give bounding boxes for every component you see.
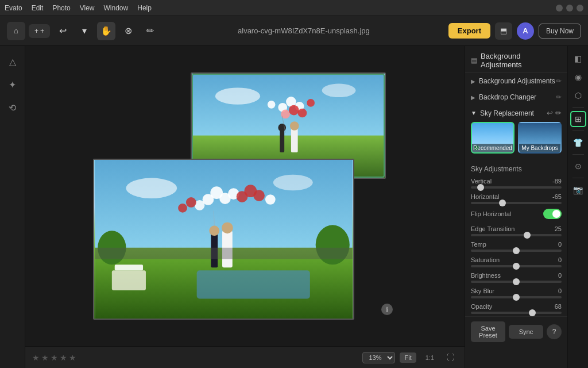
slider-row-3: Edge Transition25 xyxy=(465,223,567,239)
slider-row-5: Saturation0 xyxy=(465,254,567,270)
menu-photo[interactable]: Photo xyxy=(52,4,70,12)
buy-now-button[interactable]: Buy Now xyxy=(539,24,581,39)
export-button[interactable]: Export xyxy=(448,23,490,39)
slider-thumb-8[interactable] xyxy=(529,309,536,316)
info-icon[interactable]: ℹ xyxy=(381,304,393,315)
slider-row-0: Vertical-89 xyxy=(465,175,567,191)
slider-track-0[interactable] xyxy=(471,186,562,189)
sky-replacement-section: ▼ Sky Replacement ↩ ✏ Recommended xyxy=(465,105,567,162)
sky-thumb-recommended[interactable]: Recommended xyxy=(471,122,514,154)
avatar-button[interactable]: A xyxy=(517,22,534,40)
svg-point-22 xyxy=(126,178,177,198)
svg-point-2 xyxy=(215,87,260,104)
menu-window[interactable]: Window xyxy=(104,4,129,12)
erase-tool-button[interactable]: ✏ xyxy=(141,22,159,40)
fit-button[interactable]: Fit xyxy=(400,352,416,363)
fullscreen-button[interactable]: ⛶ xyxy=(443,351,458,363)
slider-label-6: Brightness xyxy=(471,272,501,279)
sky-undo-button[interactable]: ↩ xyxy=(547,109,553,117)
panel-content: ▤ Background Adjustments ▶ Background Ad… xyxy=(465,46,567,368)
sky-thumb-my-backdrops[interactable]: My Backdrops xyxy=(518,122,562,154)
slider-track-6[interactable] xyxy=(471,281,562,283)
slider-track-7[interactable] xyxy=(471,296,562,298)
ratio-button[interactable]: 1:1 xyxy=(421,352,439,363)
star-rating[interactable]: ★★★★★ xyxy=(32,353,76,362)
svg-rect-14 xyxy=(291,129,297,152)
sync-button[interactable]: Sync xyxy=(509,325,543,339)
sky-edit-button[interactable]: ✏ xyxy=(555,109,562,117)
panel-header-icon: ▤ xyxy=(471,56,477,64)
maximize-btn[interactable] xyxy=(566,5,573,12)
right-icon-strip: ◧ ◉ ⬡ ⊞ 👕 ⊙ 📷 xyxy=(567,46,588,368)
slider-thumb-6[interactable] xyxy=(513,278,520,285)
slider-thumb-4[interactable] xyxy=(513,247,520,254)
close-btn[interactable] xyxy=(577,5,583,12)
bc-arrow: ▶ xyxy=(471,94,475,101)
slider-track-5[interactable] xyxy=(471,265,562,267)
menu-view[interactable]: View xyxy=(80,4,95,12)
strip-adjust-icon[interactable]: ◧ xyxy=(570,51,586,67)
slider-label-3: Edge Transition xyxy=(471,225,514,232)
adjust-tool[interactable]: △ xyxy=(3,52,22,71)
canvas-content: ℹ xyxy=(25,46,465,346)
ba-title: Background Adjustments xyxy=(479,77,555,85)
strip-divider-3 xyxy=(572,154,584,155)
slider-thumb-7[interactable] xyxy=(513,294,520,301)
home-button[interactable]: ⌂ xyxy=(7,22,25,40)
hand-tool-button[interactable]: ✋ xyxy=(97,22,115,40)
file-name: alvaro-cvg-mW8IZdX7n8E-unsplash.jpg xyxy=(238,26,370,35)
history-tool[interactable]: ⟲ xyxy=(3,98,22,117)
backdrop-changer-row[interactable]: ▶ Backdrop Changer ✏ xyxy=(465,89,567,105)
strip-bg-icon[interactable]: ⊞ xyxy=(570,111,586,127)
sky-adjustments-title: Sky Adjustments xyxy=(465,162,567,175)
slider-thumb-1[interactable] xyxy=(499,200,506,206)
strip-shirt-icon[interactable]: 👕 xyxy=(570,135,586,151)
slider-label-4: Temp xyxy=(471,241,486,248)
undo-button[interactable]: ↩ xyxy=(53,22,72,40)
strip-circle-icon[interactable]: ◉ xyxy=(570,69,586,85)
strip-color-icon[interactable]: ⬡ xyxy=(570,87,586,103)
slider-track-1[interactable] xyxy=(471,202,562,204)
zoom-select[interactable]: 13% xyxy=(362,352,395,363)
panel-bottom: Save Preset Sync ? xyxy=(465,316,567,347)
bc-title: Backdrop Changer xyxy=(479,93,536,101)
slider-thumb-0[interactable] xyxy=(477,184,484,191)
bc-edit-icon[interactable]: ✏ xyxy=(556,93,562,101)
toolbar: ⌂ + + ↩ ▾ ✋ ⊗ ✏ alvaro-cvg-mW8IZdX7n8E-u… xyxy=(0,16,588,46)
background-adjustments-row[interactable]: ▶ Background Adjustments ✏ xyxy=(465,73,567,89)
right-panel: ▤ Background Adjustments ▶ Background Ad… xyxy=(465,46,588,368)
add-button[interactable]: + + xyxy=(29,24,50,38)
ba-edit-icon[interactable]: ✏ xyxy=(556,77,562,85)
slider-track-8[interactable] xyxy=(471,312,562,314)
menu-evato[interactable]: Evato xyxy=(5,4,22,12)
panel-header-title: Background Adjustments xyxy=(481,52,562,69)
svg-point-10 xyxy=(267,101,275,109)
svg-point-9 xyxy=(297,109,307,118)
photo-bottom-svg xyxy=(94,160,353,319)
help-button[interactable]: ? xyxy=(547,324,562,339)
slider-thumb-5[interactable] xyxy=(513,263,520,270)
strip-eye-icon[interactable]: ⊙ xyxy=(570,158,586,174)
undo-dropdown[interactable]: ▾ xyxy=(75,22,94,40)
slider-thumb-3[interactable] xyxy=(524,232,531,239)
toggle-2[interactable] xyxy=(543,209,562,219)
menu-edit[interactable]: Edit xyxy=(32,4,44,12)
minimize-btn[interactable] xyxy=(556,5,563,12)
filter-tool[interactable]: ✦ xyxy=(3,75,22,94)
save-preset-button[interactable]: Save Preset xyxy=(471,321,505,342)
strip-divider-2 xyxy=(572,131,584,131)
slider-track-4[interactable] xyxy=(471,250,562,252)
svg-rect-39 xyxy=(95,248,353,259)
crop-tool-button[interactable]: ⊗ xyxy=(119,22,137,40)
slider-row-4: Temp0 xyxy=(465,239,567,254)
sky-thumb-recommended-label: Recommended xyxy=(472,144,513,152)
strip-camera-icon[interactable]: 📷 xyxy=(570,182,586,198)
strip-divider-4 xyxy=(572,178,584,178)
svg-point-36 xyxy=(209,225,219,236)
slider-track-3[interactable] xyxy=(471,234,562,236)
slider-value-5: 0 xyxy=(558,256,562,263)
menu-help[interactable]: Help xyxy=(137,4,152,12)
share-button[interactable]: ⬒ xyxy=(495,22,512,40)
menu-bar: Evato Edit Photo View Window Help xyxy=(0,0,588,16)
ba-arrow: ▶ xyxy=(471,78,475,85)
